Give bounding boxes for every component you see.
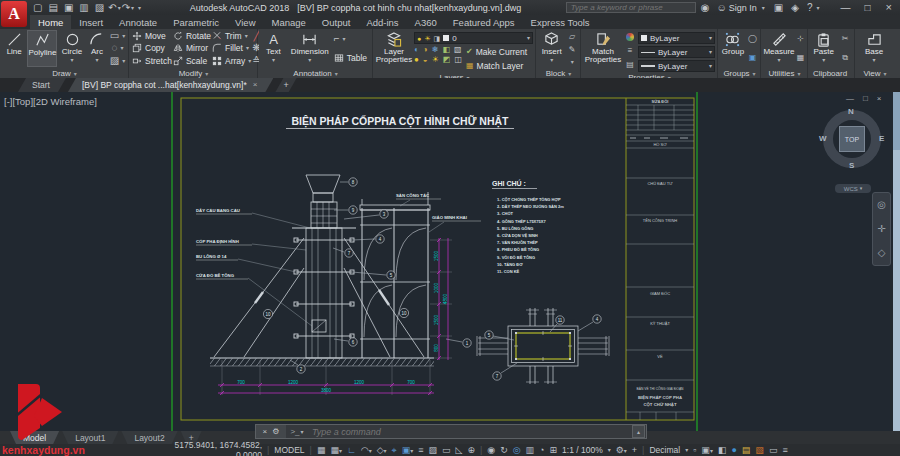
new-file-icon[interactable]: ▢: [33, 3, 42, 13]
save-as-icon[interactable]: ▥: [79, 3, 88, 13]
scale-button[interactable]: Scale: [173, 55, 207, 67]
match-layer-button[interactable]: ▦Match Layer: [466, 60, 527, 72]
navigation-bar[interactable]: ◎ ✛ ◇: [872, 192, 891, 266]
layer-prev-icon[interactable]: ◫: [454, 56, 462, 64]
annotation-scale-sync-icon[interactable]: ◎: [513, 446, 521, 455]
array-button[interactable]: Array▾: [212, 55, 251, 67]
tab-insert[interactable]: Insert: [71, 15, 111, 29]
maximize-button[interactable]: □: [865, 3, 871, 13]
dynamic-ucs-icon[interactable]: ◺: [456, 446, 463, 455]
isolate-objects-icon[interactable]: ▤: [742, 446, 751, 455]
redo-icon[interactable]: ↷: [122, 3, 130, 13]
color-wheel-icon[interactable]: [626, 33, 634, 41]
lineweight-display-icon[interactable]: ≡: [418, 446, 423, 455]
customization-icon[interactable]: ≡: [782, 446, 787, 455]
infer-constraints-icon[interactable]: ∟: [347, 446, 356, 455]
units-control[interactable]: Decimal: [649, 445, 680, 455]
file-tab-close-icon[interactable]: ×: [253, 81, 258, 89]
tab-express-tools[interactable]: Express Tools: [523, 15, 598, 29]
file-tab-start[interactable]: Start: [18, 78, 66, 92]
lineweight-list-icon[interactable]: ▤: [626, 61, 634, 69]
dimension-button[interactable]: Dimension ▾: [288, 30, 332, 67]
redo-dropdown-icon[interactable]: ▾: [131, 5, 134, 11]
selection-cycling-icon[interactable]: ▭: [442, 446, 451, 455]
file-tab-document[interactable]: [BV] BP coppha cot ...hat[kenhxaydung.vn…: [68, 78, 273, 92]
viewcube[interactable]: N W E S TOP WCS▾: [816, 100, 888, 196]
search-input[interactable]: [566, 2, 696, 13]
measure-button[interactable]: Measure ▾: [764, 30, 794, 67]
snap-mode-icon[interactable]: ▦▾: [330, 446, 342, 455]
tab-output[interactable]: Output: [314, 15, 359, 29]
rectangle-tool-icon[interactable]: ▭▾: [110, 30, 125, 42]
ellipse-tool-icon[interactable]: ◌▾: [112, 42, 124, 54]
exchange-icon[interactable]: ◈: [791, 3, 799, 13]
tab-parametric[interactable]: Parametric: [165, 15, 227, 29]
elevation-view[interactable]: [210, 175, 434, 366]
panel-label-clipboard[interactable]: Clipboard: [809, 68, 854, 78]
ungroup-icon[interactable]: ◯: [748, 35, 757, 43]
settings-gear-icon[interactable]: ⚙▾: [616, 446, 627, 455]
arc-button[interactable]: Arc ▾: [87, 30, 108, 67]
tab-manage[interactable]: Manage: [264, 15, 314, 29]
tab-home[interactable]: Home: [30, 15, 71, 29]
panel-label-block[interactable]: Block: [537, 68, 580, 78]
panel-label-modify[interactable]: Modify: [130, 68, 257, 78]
block-more-icon[interactable]: ▾: [571, 59, 574, 65]
quick-calc-icon[interactable]: ▦: [797, 54, 805, 62]
transparency-icon[interactable]: ▨: [428, 446, 437, 455]
viewcube-west[interactable]: W: [819, 134, 827, 143]
text-button[interactable]: A Text ▾: [261, 30, 286, 67]
application-menu-button[interactable]: A: [1, 1, 27, 27]
line-button[interactable]: Line: [3, 30, 25, 67]
panel-label-draw[interactable]: Draw: [1, 68, 128, 78]
steering-wheel-icon[interactable]: ◎: [877, 200, 886, 210]
tab-addins[interactable]: Add-ins: [358, 15, 406, 29]
linetype-select[interactable]: ByLayer▾: [638, 46, 715, 58]
wcs-menu[interactable]: WCS▾: [835, 184, 871, 193]
scrollbar-thumb[interactable]: [893, 92, 900, 150]
layer-lock-tool-icon[interactable]: ◧: [442, 46, 450, 54]
copy-clip-icon[interactable]: ⧉: [842, 54, 848, 62]
polyline-button[interactable]: Polyline: [27, 30, 57, 67]
drawing-sheet[interactable]: BIỆN PHÁP CỐPPHA CỘT HÌNH CHỮ NHẬT: [0, 92, 900, 431]
search-icon[interactable]: ◉: [701, 3, 710, 13]
isometric-drafting-icon[interactable]: ◇▾: [377, 446, 387, 455]
edit-attribute-icon[interactable]: ✎: [569, 46, 576, 54]
tab-view[interactable]: View: [227, 15, 263, 29]
layer-freeze-icon[interactable]: ❄: [432, 46, 439, 54]
cut-icon[interactable]: ✂: [842, 35, 849, 43]
polar-tracking-icon[interactable]: ◠▾: [361, 446, 372, 455]
leader-tool-icon[interactable]: ⌐▾: [334, 33, 346, 45]
viewcube-top-face[interactable]: TOP: [839, 126, 865, 152]
linetype-list-icon[interactable]: ≡: [628, 47, 633, 55]
grid-display-icon[interactable]: ▦: [317, 446, 326, 455]
panel-label-view[interactable]: View: [856, 68, 894, 78]
layer-properties-button[interactable]: Layer Properties: [376, 30, 412, 72]
command-input[interactable]: [308, 425, 632, 438]
command-tools-icon[interactable]: ⚙: [272, 428, 279, 436]
viewcube-south[interactable]: S: [849, 161, 854, 170]
help-icon[interactable]: ?: [807, 3, 813, 13]
object-snap-icon[interactable]: ▣▾: [402, 446, 414, 455]
clean-screen-icon[interactable]: ▧: [755, 446, 764, 455]
qat-menu-icon[interactable]: ▾: [138, 5, 141, 11]
sign-in-button[interactable]: Sign In: [729, 3, 757, 13]
vertical-scrollbar[interactable]: [893, 92, 900, 431]
paste-button[interactable]: Paste ▾: [811, 30, 836, 67]
group-edit-icon[interactable]: ▣: [749, 54, 757, 62]
insert-button[interactable]: Insert ▾: [539, 30, 564, 67]
new-drawing-tab-button[interactable]: +: [275, 78, 296, 92]
group-button[interactable]: Group: [721, 30, 745, 67]
id-point-icon[interactable]: ⊹: [797, 35, 804, 43]
viewport-controls[interactable]: [-][Top][2D Wireframe]: [4, 96, 97, 107]
tab-layout1[interactable]: Layout1: [62, 431, 118, 444]
rotate-button[interactable]: Rotate: [173, 30, 211, 42]
command-line[interactable]: × ⚙ >_ ▾ ▴: [255, 424, 647, 439]
object-color-select[interactable]: ByLayer▾: [638, 32, 715, 44]
layer-select[interactable]: ● ☀ ◨ 0 ▾: [414, 32, 533, 44]
layer-isolate-icon[interactable]: ◑: [423, 46, 428, 54]
annotation-monitor-icon[interactable]: ◔: [539, 446, 544, 455]
pan-icon[interactable]: ✛: [877, 224, 885, 234]
match-properties-button[interactable]: Match Properties: [584, 30, 622, 72]
viewport-maximize-icon[interactable]: ▣▾: [701, 446, 713, 455]
